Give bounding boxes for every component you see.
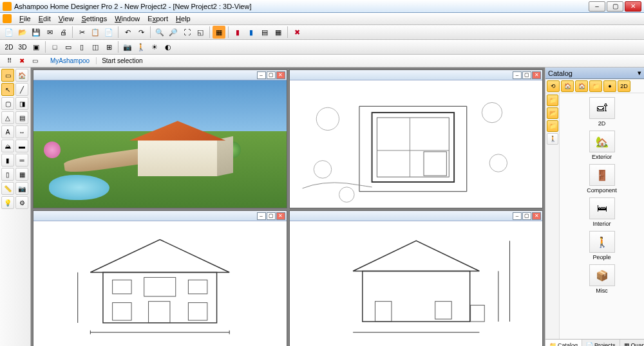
catalog-item-component[interactable]: 🚪Component — [583, 163, 621, 195]
new-file-button[interactable]: 📄 — [3, 26, 15, 39]
zoom-region-button[interactable]: ◱ — [194, 26, 207, 39]
pane-close-button[interactable]: ✕ — [276, 212, 285, 220]
copy-button[interactable]: 📋 — [89, 26, 102, 39]
menu-export[interactable]: Export — [144, 15, 172, 23]
render-button[interactable]: ▦ — [213, 26, 225, 39]
tool-surface[interactable]: ▦ — [15, 168, 28, 181]
camera-button[interactable]: 📷 — [121, 41, 134, 53]
open-file-button[interactable]: 📂 — [16, 26, 29, 39]
pane-minimize-button[interactable]: – — [513, 71, 522, 79]
viewport-3d[interactable] — [33, 80, 287, 208]
tool-roof[interactable]: △ — [1, 111, 14, 124]
menu-file[interactable]: File — [15, 15, 35, 23]
tab-catalog[interactable]: 📁 Catalog — [545, 340, 582, 346]
catalog-nav-record[interactable]: ● — [603, 80, 616, 92]
catalog-nav-2d[interactable]: 2D — [618, 80, 630, 92]
catalog-side-2[interactable]: 📂 — [547, 107, 558, 119]
layout-2h-button[interactable]: ▭ — [62, 41, 75, 53]
menu-view[interactable]: View — [55, 15, 78, 23]
catalog-nav-back[interactable]: ⟲ — [547, 80, 560, 92]
tool-terrain[interactable]: ⛰ — [1, 140, 14, 152]
close-button[interactable]: ✕ — [625, 1, 641, 12]
catalog-nav-folder[interactable]: 📁 — [589, 80, 602, 92]
tool-dimension[interactable]: ↔ — [15, 125, 28, 138]
pane-minimize-button[interactable]: – — [257, 71, 266, 79]
menu-window[interactable]: Window — [111, 15, 144, 23]
catalog-chevron-icon[interactable]: ▾ — [638, 69, 641, 77]
pane-minimize-button[interactable]: – — [513, 212, 522, 220]
myashampoo-link[interactable]: MyAshampoo — [50, 57, 90, 64]
tool-camera[interactable]: 📷 — [15, 182, 28, 195]
catalog-nav-home[interactable]: 🏠 — [561, 80, 574, 92]
catalog-side-1[interactable]: 📁 — [547, 95, 558, 106]
view-2d-button[interactable]: 2D — [3, 41, 15, 53]
print-button[interactable]: 🖨 — [57, 26, 70, 39]
pane-close-button[interactable]: ✕ — [276, 71, 285, 79]
redo-button[interactable]: ↷ — [135, 26, 147, 39]
cancel-icon[interactable]: ✖ — [17, 56, 27, 66]
tool-beam[interactable]: ═ — [15, 154, 28, 167]
tool-building[interactable]: 🏠 — [15, 69, 28, 82]
menu-help[interactable]: Help — [172, 15, 194, 23]
tool-door[interactable]: ◨ — [15, 97, 28, 110]
pane-close-button[interactable]: ✕ — [532, 212, 541, 220]
layout-2v-button[interactable]: ▯ — [75, 41, 88, 53]
pane-minimize-button[interactable]: – — [257, 212, 266, 220]
catalog-item-2d[interactable]: 🛋2D — [583, 96, 621, 128]
wall-tool-button[interactable]: ▮ — [231, 26, 244, 39]
tool-pointer[interactable]: ↖ — [1, 83, 14, 96]
catalog-item-interior[interactable]: 🛏Interior — [583, 196, 621, 228]
tab-projects[interactable]: 📄 Projects — [582, 340, 620, 346]
catalog-side-4[interactable]: 🚶 — [547, 133, 558, 145]
tool-text[interactable]: A — [1, 125, 14, 138]
view-section-button[interactable]: ▣ — [30, 41, 43, 53]
layer-button[interactable]: ▤ — [258, 26, 271, 39]
maximize-button[interactable]: ▢ — [607, 1, 623, 12]
paste-button[interactable]: 📄 — [102, 26, 115, 39]
menu-edit[interactable]: Edit — [35, 15, 55, 23]
walk-button[interactable]: 🚶 — [135, 41, 147, 53]
undo-button[interactable]: ↶ — [121, 26, 134, 39]
tab-quantities[interactable]: ▦ Quantities — [620, 340, 644, 346]
grid-button[interactable]: ▦ — [272, 26, 285, 39]
room-tool-button[interactable]: ▮ — [245, 26, 258, 39]
layout-1-button[interactable]: □ — [48, 41, 61, 53]
zoom-fit-button[interactable]: ⛶ — [180, 26, 193, 39]
tool-select[interactable]: ▭ — [1, 69, 14, 82]
viewport-elevation-side[interactable] — [290, 221, 543, 346]
minimize-button[interactable]: – — [589, 1, 605, 12]
catalog-item-exterior[interactable]: 🏡Exterior — [583, 129, 621, 161]
tool-misc[interactable]: ⚙ — [15, 196, 28, 209]
selection-icon[interactable]: ▭ — [30, 56, 40, 66]
sun-button[interactable]: ☀ — [148, 41, 161, 53]
catalog-side-3[interactable]: 📁 — [547, 120, 558, 132]
catalog-item-people[interactable]: 🚶People — [583, 230, 621, 262]
menu-settings[interactable]: Settings — [77, 15, 111, 23]
viewport-plan[interactable] — [290, 80, 543, 208]
view-3d-button[interactable]: 3D — [16, 41, 29, 53]
layout-3-button[interactable]: ◫ — [89, 41, 102, 53]
catalog-items-list[interactable]: 🛋2D 🏡Exterior 🚪Component 🛏Interior 🚶Peop… — [560, 93, 644, 339]
tool-slab[interactable]: ▬ — [15, 140, 28, 152]
tool-light[interactable]: 💡 — [1, 196, 14, 209]
layout-4-button[interactable]: ⊞ — [102, 41, 115, 53]
pane-maximize-button[interactable]: ▢ — [522, 71, 531, 79]
tool-window[interactable]: ▢ — [1, 97, 14, 110]
viewport-elevation-front[interactable] — [33, 221, 287, 346]
pane-maximize-button[interactable]: ▢ — [267, 212, 276, 220]
catalog-nav-exterior[interactable]: 🏠 — [575, 80, 588, 92]
pane-close-button[interactable]: ✕ — [532, 71, 541, 79]
tool-column[interactable]: ▮ — [1, 154, 14, 167]
tool-chimney[interactable]: ▯ — [1, 168, 14, 181]
tool-measure[interactable]: 📏 — [1, 182, 14, 195]
delete-button[interactable]: ✖ — [290, 26, 303, 39]
zoom-out-button[interactable]: 🔎 — [167, 26, 180, 39]
pane-maximize-button[interactable]: ▢ — [522, 212, 531, 220]
quickbar-handle-icon[interactable]: ⠿ — [4, 56, 14, 66]
pane-maximize-button[interactable]: ▢ — [267, 71, 276, 79]
tool-wall[interactable]: ╱ — [15, 83, 28, 96]
cut-button[interactable]: ✂ — [75, 26, 88, 39]
zoom-in-button[interactable]: 🔍 — [153, 26, 166, 39]
save-button[interactable]: 💾 — [30, 26, 43, 39]
shadow-button[interactable]: ◐ — [162, 41, 175, 53]
